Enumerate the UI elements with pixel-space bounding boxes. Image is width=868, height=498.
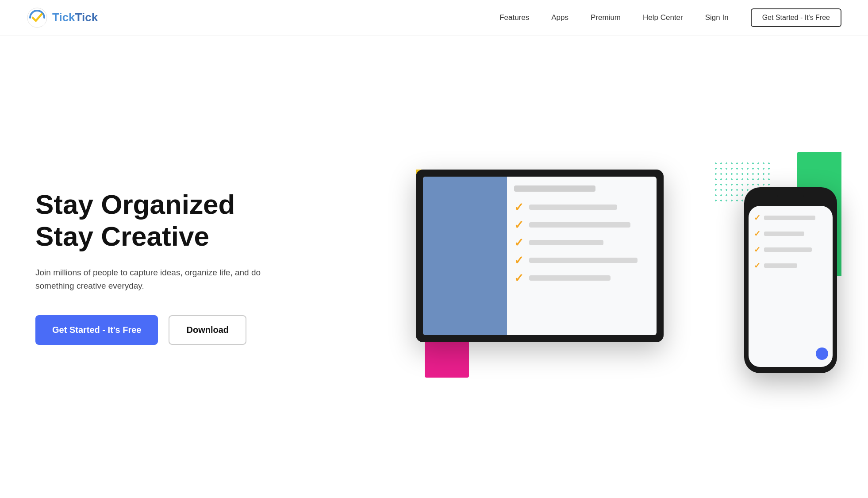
laptop-title-bar — [514, 185, 595, 192]
check-icon-1: ✓ — [514, 201, 524, 213]
hero-right: ✓ ✓ ✓ ✓ ✓ — [398, 143, 841, 391]
laptop-content: ✓ ✓ ✓ ✓ ✓ — [507, 177, 657, 335]
list-item: ✓ — [754, 213, 827, 223]
hero-subtitle: Join millions of people to capture ideas… — [35, 266, 274, 293]
hero-title-line1: Stay Organized — [35, 189, 235, 220]
hero-cta-secondary[interactable]: Download — [169, 315, 246, 345]
task-bar-5 — [529, 275, 611, 281]
check-icon-3: ✓ — [514, 237, 524, 248]
hero-cta-primary[interactable]: Get Started - It's Free — [35, 315, 158, 345]
phone-mockup: ✓ ✓ ✓ ✓ — [744, 187, 837, 373]
nav-item-features[interactable]: Features — [499, 13, 529, 22]
task-bar-3 — [529, 240, 603, 245]
phone-check-icon-4: ✓ — [754, 261, 760, 270]
nav-link-signin[interactable]: Sign In — [705, 13, 729, 22]
task-bar-1 — [529, 205, 617, 210]
nav-links: Features Apps Premium Help Center Sign I… — [499, 8, 841, 27]
check-icon-5: ✓ — [514, 272, 524, 284]
phone-dot — [816, 347, 828, 360]
hero-title: Stay Organized Stay Creative — [35, 189, 398, 252]
laptop-mockup: ✓ ✓ ✓ ✓ ✓ — [416, 170, 664, 342]
list-item: ✓ — [754, 261, 827, 270]
check-icon-4: ✓ — [514, 255, 524, 266]
phone-notch — [777, 193, 804, 201]
nav-item-premium[interactable]: Premium — [591, 13, 621, 22]
phone-screen: ✓ ✓ ✓ ✓ — [749, 206, 833, 367]
phone-task-bar-2 — [764, 232, 804, 236]
task-bar-4 — [529, 258, 638, 263]
phone-check-icon-3: ✓ — [754, 245, 760, 255]
hero-left: Stay Organized Stay Creative Join millio… — [35, 189, 398, 344]
nav-link-features[interactable]: Features — [499, 13, 529, 22]
nav-cta-item: Get Started - It's Free — [751, 8, 841, 27]
logo-icon — [27, 7, 48, 28]
nav-item-apps[interactable]: Apps — [551, 13, 568, 22]
nav-link-help[interactable]: Help Center — [643, 13, 683, 22]
nav-cta-button[interactable]: Get Started - It's Free — [751, 8, 841, 27]
list-item: ✓ — [754, 245, 827, 255]
nav-link-apps[interactable]: Apps — [551, 13, 568, 22]
list-item: ✓ — [754, 229, 827, 239]
laptop-sidebar — [423, 177, 507, 335]
nav-item-signin[interactable]: Sign In — [705, 13, 729, 22]
check-icon-2: ✓ — [514, 219, 524, 231]
table-row: ✓ — [514, 272, 649, 284]
nav-link-premium[interactable]: Premium — [591, 13, 621, 22]
navbar: TickTick Features Apps Premium Help Cent… — [0, 0, 868, 35]
table-row: ✓ — [514, 219, 649, 231]
table-row: ✓ — [514, 201, 649, 213]
phone-task-bar-4 — [764, 263, 797, 268]
phone-check-icon-1: ✓ — [754, 213, 760, 223]
logo[interactable]: TickTick — [27, 7, 98, 28]
phone-task-bar-3 — [764, 247, 812, 252]
laptop-screen: ✓ ✓ ✓ ✓ ✓ — [423, 177, 657, 335]
phone-task-bar-1 — [764, 216, 815, 220]
hero-section: Stay Organized Stay Creative Join millio… — [0, 35, 868, 498]
phone-check-icon-2: ✓ — [754, 229, 760, 239]
hero-buttons: Get Started - It's Free Download — [35, 315, 398, 345]
nav-item-help[interactable]: Help Center — [643, 13, 683, 22]
table-row: ✓ — [514, 237, 649, 248]
logo-text: TickTick — [52, 11, 98, 24]
table-row: ✓ — [514, 255, 649, 266]
task-bar-2 — [529, 222, 630, 228]
hero-title-line2: Stay Creative — [35, 221, 209, 251]
